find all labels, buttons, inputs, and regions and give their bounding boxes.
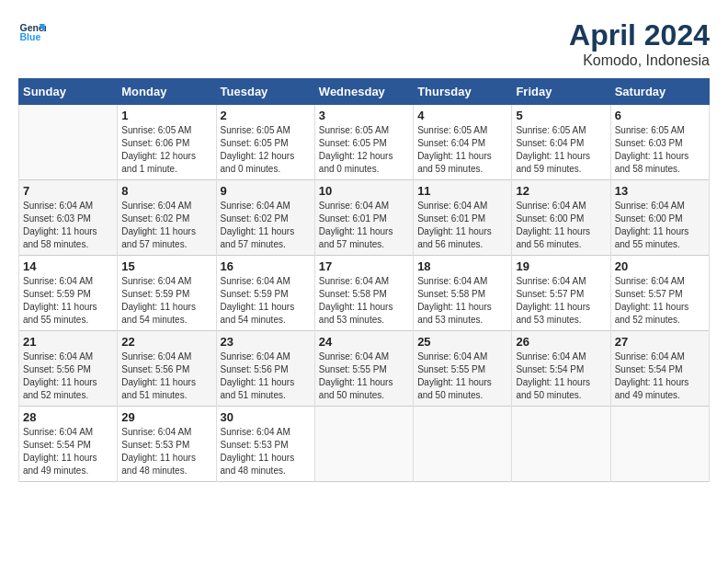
day-number: 5 (516, 109, 606, 122)
day-number: 10 (319, 184, 409, 198)
day-number: 11 (417, 184, 507, 198)
calendar-table: SundayMondayTuesdayWednesdayThursdayFrid… (18, 78, 710, 482)
day-number: 16 (221, 259, 311, 273)
calendar-cell: 23Sunrise: 6:04 AM Sunset: 5:56 PM Dayli… (216, 331, 314, 407)
calendar-week-row: 7Sunrise: 6:04 AM Sunset: 6:03 PM Daylig… (19, 180, 710, 256)
day-info: Sunrise: 6:05 AM Sunset: 6:05 PM Dayligh… (319, 124, 409, 176)
calendar-cell: 1Sunrise: 6:05 AM Sunset: 6:06 PM Daylig… (118, 105, 216, 180)
day-number: 22 (121, 335, 211, 349)
day-number: 4 (417, 109, 507, 122)
calendar-cell: 18Sunrise: 6:04 AM Sunset: 5:58 PM Dayli… (414, 256, 512, 331)
calendar-cell: 11Sunrise: 6:04 AM Sunset: 6:01 PM Dayli… (414, 180, 512, 256)
calendar-cell: 7Sunrise: 6:04 AM Sunset: 6:03 PM Daylig… (19, 180, 118, 256)
day-number: 29 (121, 410, 211, 424)
day-number: 17 (319, 259, 409, 273)
day-number: 18 (417, 259, 507, 273)
location-subtitle: Komodo, Indonesia (569, 52, 710, 69)
calendar-cell: 30Sunrise: 6:04 AM Sunset: 5:53 PM Dayli… (216, 407, 314, 482)
calendar-cell (314, 407, 413, 482)
day-number: 25 (417, 335, 507, 349)
day-info: Sunrise: 6:04 AM Sunset: 5:54 PM Dayligh… (23, 426, 113, 477)
calendar-cell: 5Sunrise: 6:05 AM Sunset: 6:04 PM Daylig… (512, 105, 610, 180)
day-info: Sunrise: 6:05 AM Sunset: 6:06 PM Dayligh… (121, 124, 211, 176)
calendar-cell: 10Sunrise: 6:04 AM Sunset: 6:01 PM Dayli… (314, 180, 413, 256)
day-number: 7 (23, 184, 113, 198)
calendar-cell: 2Sunrise: 6:05 AM Sunset: 6:05 PM Daylig… (216, 105, 314, 180)
calendar-cell: 13Sunrise: 6:04 AM Sunset: 6:00 PM Dayli… (610, 180, 709, 256)
calendar-week-row: 21Sunrise: 6:04 AM Sunset: 5:56 PM Dayli… (19, 331, 710, 407)
calendar-cell (19, 105, 118, 180)
day-of-week-header: Wednesday (314, 79, 413, 105)
day-info: Sunrise: 6:05 AM Sunset: 6:04 PM Dayligh… (516, 124, 606, 176)
svg-text:Blue: Blue (20, 31, 41, 42)
day-info: Sunrise: 6:04 AM Sunset: 5:55 PM Dayligh… (417, 350, 507, 402)
calendar-cell: 26Sunrise: 6:04 AM Sunset: 5:54 PM Dayli… (512, 331, 610, 407)
calendar-cell: 3Sunrise: 6:05 AM Sunset: 6:05 PM Daylig… (314, 105, 413, 180)
day-info: Sunrise: 6:04 AM Sunset: 5:57 PM Dayligh… (516, 275, 606, 327)
calendar-header-row: SundayMondayTuesdayWednesdayThursdayFrid… (19, 79, 710, 105)
calendar-cell: 29Sunrise: 6:04 AM Sunset: 5:53 PM Dayli… (118, 407, 216, 482)
day-number: 15 (121, 259, 211, 273)
day-info: Sunrise: 6:04 AM Sunset: 5:56 PM Dayligh… (121, 350, 211, 402)
day-of-week-header: Saturday (610, 79, 709, 105)
day-number: 3 (319, 109, 409, 122)
day-info: Sunrise: 6:04 AM Sunset: 5:56 PM Dayligh… (23, 350, 113, 402)
day-number: 13 (615, 184, 705, 198)
calendar-week-row: 14Sunrise: 6:04 AM Sunset: 5:59 PM Dayli… (19, 256, 710, 331)
day-number: 20 (615, 259, 705, 273)
day-number: 24 (319, 335, 409, 349)
calendar-cell: 9Sunrise: 6:04 AM Sunset: 6:02 PM Daylig… (216, 180, 314, 256)
day-number: 27 (615, 335, 705, 349)
day-number: 2 (221, 109, 311, 122)
calendar-cell: 28Sunrise: 6:04 AM Sunset: 5:54 PM Dayli… (19, 407, 118, 482)
day-of-week-header: Monday (118, 79, 216, 105)
day-number: 30 (221, 410, 311, 424)
calendar-cell: 16Sunrise: 6:04 AM Sunset: 5:59 PM Dayli… (216, 256, 314, 331)
day-number: 28 (23, 410, 113, 424)
calendar-cell: 22Sunrise: 6:04 AM Sunset: 5:56 PM Dayli… (118, 331, 216, 407)
day-info: Sunrise: 6:04 AM Sunset: 5:54 PM Dayligh… (516, 350, 606, 402)
day-number: 12 (516, 184, 606, 198)
day-number: 6 (615, 109, 705, 122)
calendar-cell (414, 407, 512, 482)
month-title: April 2024 (569, 18, 710, 52)
day-number: 14 (23, 259, 113, 273)
calendar-cell: 14Sunrise: 6:04 AM Sunset: 5:59 PM Dayli… (19, 256, 118, 331)
day-info: Sunrise: 6:04 AM Sunset: 6:00 PM Dayligh… (615, 200, 705, 251)
day-number: 1 (121, 109, 211, 122)
day-info: Sunrise: 6:04 AM Sunset: 5:58 PM Dayligh… (417, 275, 507, 327)
day-info: Sunrise: 6:04 AM Sunset: 5:56 PM Dayligh… (221, 350, 311, 402)
calendar-cell: 15Sunrise: 6:04 AM Sunset: 5:59 PM Dayli… (118, 256, 216, 331)
calendar-cell: 17Sunrise: 6:04 AM Sunset: 5:58 PM Dayli… (314, 256, 413, 331)
calendar-cell: 21Sunrise: 6:04 AM Sunset: 5:56 PM Dayli… (19, 331, 118, 407)
day-info: Sunrise: 6:04 AM Sunset: 6:01 PM Dayligh… (319, 200, 409, 251)
logo: General Blue (18, 18, 46, 46)
calendar-cell: 20Sunrise: 6:04 AM Sunset: 5:57 PM Dayli… (610, 256, 709, 331)
day-number: 19 (516, 259, 606, 273)
day-number: 26 (516, 335, 606, 349)
calendar-cell: 19Sunrise: 6:04 AM Sunset: 5:57 PM Dayli… (512, 256, 610, 331)
calendar-cell (512, 407, 610, 482)
day-info: Sunrise: 6:04 AM Sunset: 5:54 PM Dayligh… (615, 350, 705, 402)
day-info: Sunrise: 6:04 AM Sunset: 6:02 PM Dayligh… (121, 200, 211, 251)
day-number: 21 (23, 335, 113, 349)
day-info: Sunrise: 6:04 AM Sunset: 5:57 PM Dayligh… (615, 275, 705, 327)
day-info: Sunrise: 6:04 AM Sunset: 5:53 PM Dayligh… (221, 426, 311, 477)
day-info: Sunrise: 6:04 AM Sunset: 5:55 PM Dayligh… (319, 350, 409, 402)
calendar-cell: 25Sunrise: 6:04 AM Sunset: 5:55 PM Dayli… (414, 331, 512, 407)
day-info: Sunrise: 6:04 AM Sunset: 5:53 PM Dayligh… (121, 426, 211, 477)
day-info: Sunrise: 6:04 AM Sunset: 5:59 PM Dayligh… (23, 275, 113, 327)
calendar-week-row: 1Sunrise: 6:05 AM Sunset: 6:06 PM Daylig… (19, 105, 710, 180)
day-info: Sunrise: 6:05 AM Sunset: 6:03 PM Dayligh… (615, 124, 705, 176)
day-info: Sunrise: 6:04 AM Sunset: 6:03 PM Dayligh… (23, 200, 113, 251)
calendar-cell: 6Sunrise: 6:05 AM Sunset: 6:03 PM Daylig… (610, 105, 709, 180)
day-info: Sunrise: 6:04 AM Sunset: 5:59 PM Dayligh… (121, 275, 211, 327)
day-of-week-header: Tuesday (216, 79, 314, 105)
day-number: 9 (221, 184, 311, 198)
logo-icon: General Blue (18, 18, 46, 46)
calendar-cell: 27Sunrise: 6:04 AM Sunset: 5:54 PM Dayli… (610, 331, 709, 407)
day-info: Sunrise: 6:04 AM Sunset: 6:01 PM Dayligh… (417, 200, 507, 251)
day-of-week-header: Friday (512, 79, 610, 105)
day-info: Sunrise: 6:05 AM Sunset: 6:05 PM Dayligh… (221, 124, 311, 176)
day-info: Sunrise: 6:04 AM Sunset: 5:59 PM Dayligh… (221, 275, 311, 327)
